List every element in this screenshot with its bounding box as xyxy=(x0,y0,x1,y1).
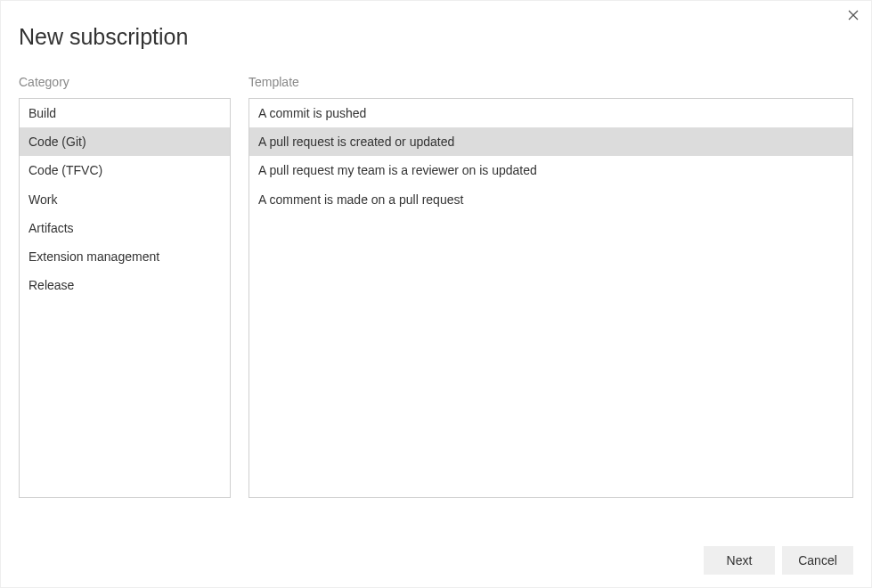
template-listbox[interactable]: A commit is pushedA pull request is crea… xyxy=(249,98,853,498)
columns-container: Category BuildCode (Git)Code (TFVC)WorkA… xyxy=(19,75,853,498)
template-item[interactable]: A pull request my team is a reviewer on … xyxy=(249,156,852,184)
category-item[interactable]: Extension management xyxy=(20,242,230,271)
category-label: Category xyxy=(19,75,231,89)
close-button[interactable] xyxy=(844,6,862,24)
close-icon xyxy=(848,10,859,20)
button-row: Next Cancel xyxy=(704,546,853,575)
category-item[interactable]: Artifacts xyxy=(20,214,230,242)
template-item[interactable]: A comment is made on a pull request xyxy=(249,185,852,214)
dialog-title: New subscription xyxy=(19,24,853,50)
template-item[interactable]: A pull request is created or updated xyxy=(249,127,852,156)
template-column: Template A commit is pushedA pull reques… xyxy=(249,75,853,498)
category-item[interactable]: Code (Git) xyxy=(20,127,230,156)
category-item[interactable]: Work xyxy=(20,185,230,214)
template-label: Template xyxy=(249,75,853,89)
category-item[interactable]: Code (TFVC) xyxy=(20,156,230,184)
category-listbox[interactable]: BuildCode (Git)Code (TFVC)WorkArtifactsE… xyxy=(19,98,231,498)
category-item[interactable]: Release xyxy=(20,271,230,299)
category-item[interactable]: Build xyxy=(20,99,230,127)
new-subscription-dialog: New subscription Category BuildCode (Git… xyxy=(0,0,872,588)
cancel-button[interactable]: Cancel xyxy=(782,546,853,575)
next-button[interactable]: Next xyxy=(704,546,775,575)
template-item[interactable]: A commit is pushed xyxy=(249,99,852,127)
category-column: Category BuildCode (Git)Code (TFVC)WorkA… xyxy=(19,75,231,498)
